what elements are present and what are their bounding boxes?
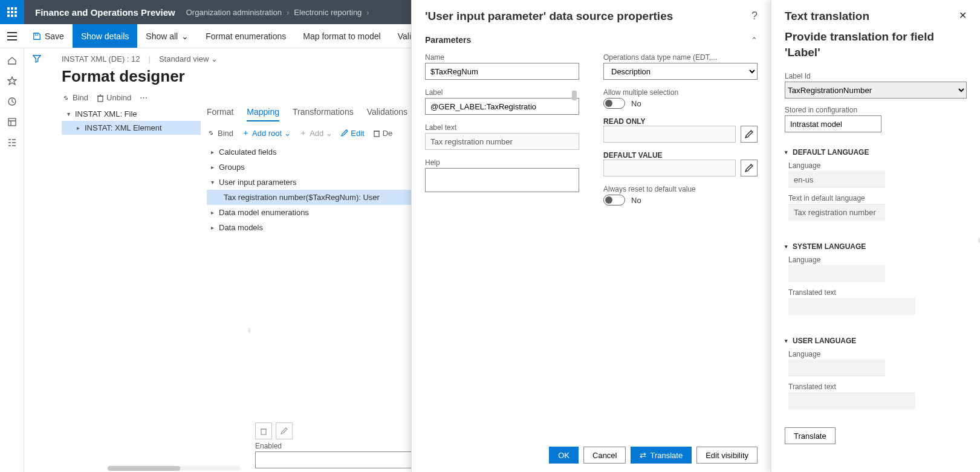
translation-panel: Text translation ✕ Provide translation f… [771,0,980,472]
svg-rect-16 [374,131,379,137]
svg-rect-10 [7,36,17,37]
stored-input[interactable] [785,115,881,132]
name-input[interactable] [425,63,579,80]
default-lang-header[interactable]: DEFAULT LANGUAGE [785,148,967,157]
svg-rect-17 [261,429,266,435]
splitter-handle[interactable]: ⦀ [248,326,250,334]
show-all-button[interactable]: Show all ⌄ [137,24,197,48]
tab-format[interactable]: Format [207,107,233,121]
user-lang-value [788,360,885,377]
translate-icon: ⇄ [640,451,646,460]
unbind-button[interactable]: Unbind [97,93,131,102]
default-lang-value: en-us [788,171,885,188]
edit-icon-button[interactable] [276,422,293,439]
svg-rect-9 [7,32,17,33]
text-label: Translated text [788,288,967,297]
separator: | [149,54,151,63]
chevron-up-icon: ⌃ [751,36,758,45]
svg-rect-6 [7,15,10,17]
format-tree: ▾ INSTAT XML: File ▸ INSTAT: XML Element [62,107,201,434]
format-enums-label: Format enumerations [206,31,286,41]
star-icon[interactable] [6,75,18,87]
label-input[interactable] [425,98,579,115]
tree-item[interactable]: ▾ INSTAT XML: File [62,107,201,121]
cancel-button[interactable]: Cancel [583,447,626,464]
allow-multi-value: No [631,99,641,108]
user-lang-header[interactable]: USER LANGUAGE [785,337,967,345]
allow-multi-toggle[interactable] [603,98,625,109]
allow-multi-label: Allow multiple selection [603,88,758,97]
svg-rect-1 [11,7,13,10]
panel-title: 'User input parameter' data source prope… [425,10,673,23]
help-label: Help [425,158,579,167]
add-button: ＋ Add ⌄ [299,128,333,138]
translation-subtitle: Provide translation for field 'Label' [771,27,980,68]
map-format-label: Map format to model [303,31,380,41]
text-label: Text in default language [788,194,967,202]
more-button[interactable]: ⋯ [140,93,148,102]
always-reset-toggle[interactable] [603,195,625,205]
format-enumerations-button[interactable]: Format enumerations [197,24,294,48]
always-reset-value: No [631,196,641,205]
label-id-select[interactable]: TaxRegistrationNumber [785,82,967,99]
splitter-handle[interactable]: ⦀ [978,236,979,244]
workspace-icon[interactable] [6,116,18,128]
svg-rect-0 [7,7,10,10]
tree-item[interactable]: ▸ INSTAT: XML Element [62,121,201,135]
delete-icon-button[interactable] [255,422,272,439]
caret-down-icon: ▾ [209,179,215,186]
name-label: Name [425,53,579,62]
edt-label: Operations data type name (EDT,... [603,53,758,62]
delete-button[interactable]: De [373,129,393,138]
save-button[interactable]: Save [24,24,73,48]
bind-button[interactable]: Bind [207,129,233,138]
map-format-button[interactable]: Map format to model [294,24,389,48]
default-value-label: DEFAULT VALUE [603,151,758,160]
close-icon[interactable]: ✕ [959,10,967,21]
translate-button[interactable]: ⇄Translate [631,447,692,464]
lang-label: Language [788,161,967,170]
breadcrumb-item[interactable]: Organization administration [186,8,282,17]
svg-rect-15 [98,96,103,102]
text-label: Translated text [788,383,967,391]
tab-transformations[interactable]: Transformations [293,107,354,121]
edit-button[interactable]: Edit [341,129,364,138]
label-marker-icon [572,91,577,100]
label-text-label: Label text [425,123,579,132]
edit-visibility-button[interactable]: Edit visibility [696,447,758,464]
system-lang-value [788,265,885,282]
nav-menu-button[interactable] [0,32,24,40]
app-launcher-button[interactable] [0,0,24,24]
translate-action-button[interactable]: Translate [785,427,836,444]
lang-label: Language [788,256,967,264]
caret-down-icon: ▾ [65,111,71,117]
horizontal-scrollbar[interactable] [108,466,241,471]
ok-button[interactable]: OK [549,447,579,464]
help-input[interactable] [425,168,579,192]
filter-icon[interactable] [33,54,41,472]
edit-default-button[interactable] [741,160,758,176]
system-lang-header[interactable]: SYSTEM LANGUAGE [785,242,967,251]
tab-mapping[interactable]: Mapping [247,107,279,121]
breadcrumb-item[interactable]: Electronic reporting [294,8,362,17]
add-root-button[interactable]: ＋ Add root ⌄ [242,128,291,138]
home-icon[interactable] [6,54,18,66]
edit-readonly-button[interactable] [741,126,758,143]
chevron-right-icon: › [287,8,289,17]
chevron-right-icon: › [366,8,369,17]
stored-label: Stored in configuration [785,106,967,114]
section-header[interactable]: Parameters ⌃ [425,31,758,48]
app-title: Finance and Operations Preview [24,7,186,18]
label-label: Label [425,88,579,97]
bind-button[interactable]: Bind [62,93,88,102]
help-icon[interactable]: ? [751,10,758,22]
label-id-label: Label Id [785,72,967,80]
tab-validations[interactable]: Validations [367,107,407,121]
show-details-button[interactable]: Show details [73,24,137,48]
recent-icon[interactable] [6,95,18,108]
edt-select[interactable]: Description [603,63,758,80]
section-title: Parameters [425,35,471,45]
view-selector[interactable]: Standard view ⌄ [159,54,218,63]
readonly-value [603,126,736,143]
modules-icon[interactable] [6,137,18,149]
